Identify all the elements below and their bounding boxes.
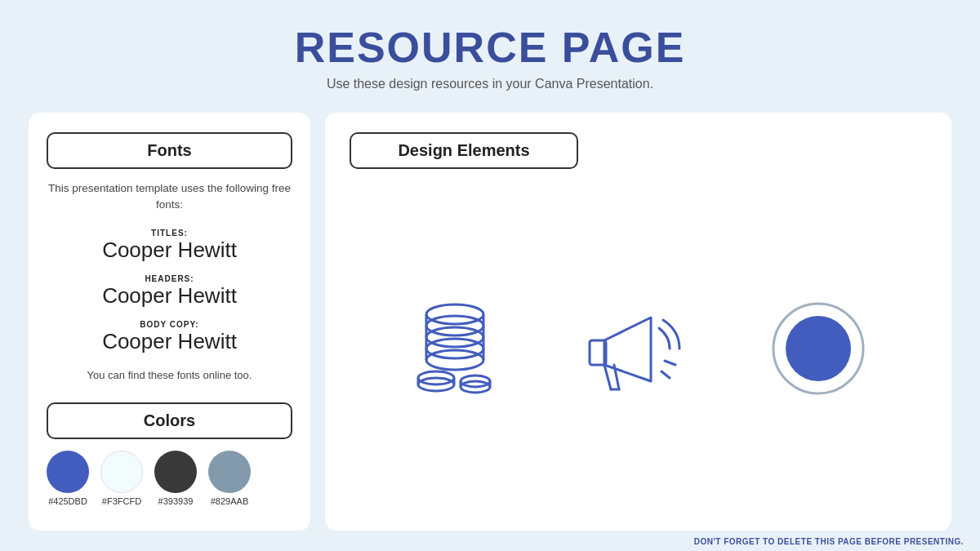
page-subtitle: Use these design resources in your Canva…: [295, 77, 686, 91]
color-circle-1: [47, 451, 89, 493]
page-title: RESOURCE PAGE: [295, 23, 686, 72]
font-item-body: BODY COPY: Cooper Hewitt: [47, 320, 292, 354]
coins-icon: [394, 283, 524, 414]
color-swatch-4: #829AAB: [208, 451, 251, 506]
design-elements-icons: [350, 185, 927, 511]
color-circle-4: [208, 451, 251, 493]
font-label-headers: HEADERS:: [47, 274, 292, 283]
megaphone-icon: [573, 283, 704, 414]
font-label-titles: TITLES:: [47, 229, 292, 238]
svg-point-9: [426, 339, 483, 358]
color-swatch-1: #425DBD: [47, 451, 89, 506]
design-elements-label: Design Elements: [350, 132, 578, 169]
main-content: Fonts This presentation template uses th…: [29, 113, 951, 531]
svg-point-0: [426, 304, 483, 324]
font-label-body: BODY COPY:: [47, 320, 292, 329]
svg-point-6: [426, 327, 483, 347]
fonts-description: This presentation template uses the foll…: [47, 180, 292, 214]
circle-element-icon: [753, 283, 884, 414]
color-circle-3: [154, 451, 197, 493]
footer-note: DON'T FORGET TO DELETE THIS PAGE BEFORE …: [0, 531, 980, 551]
color-hex-1: #425DBD: [48, 496, 87, 506]
svg-point-28: [786, 316, 851, 381]
font-name-headers: Cooper Hewitt: [47, 283, 292, 309]
colors-label: Colors: [47, 402, 292, 439]
color-swatch-3: #393939: [154, 451, 197, 506]
color-circle-2: [100, 451, 143, 493]
right-panel: Design Elements: [325, 113, 951, 531]
color-swatches: #425DBD #F3FCFD #393939 #829AAB: [47, 451, 292, 506]
font-item-headers: HEADERS: Cooper Hewitt: [47, 274, 292, 309]
color-swatch-2: #F3FCFD: [100, 451, 143, 506]
svg-line-25: [665, 361, 675, 365]
color-hex-3: #393939: [158, 496, 194, 506]
font-item-titles: TITLES: Cooper Hewitt: [47, 229, 292, 263]
svg-line-26: [662, 371, 670, 378]
color-hex-4: #829AAB: [211, 496, 248, 506]
fonts-find-text: You can find these fonts online too.: [47, 369, 292, 381]
svg-point-12: [426, 350, 483, 370]
fonts-label: Fonts: [47, 132, 292, 169]
page-header: RESOURCE PAGE Use these design resources…: [295, 0, 686, 100]
font-name-titles: Cooper Hewitt: [47, 238, 292, 263]
color-hex-2: #F3FCFD: [102, 496, 141, 506]
font-name-body: Cooper Hewitt: [47, 329, 292, 354]
svg-line-22: [604, 365, 611, 389]
colors-section: Colors #425DBD #F3FCFD #393939 #829AAB: [47, 402, 292, 506]
svg-point-3: [426, 316, 483, 335]
left-panel: Fonts This presentation template uses th…: [29, 113, 310, 531]
